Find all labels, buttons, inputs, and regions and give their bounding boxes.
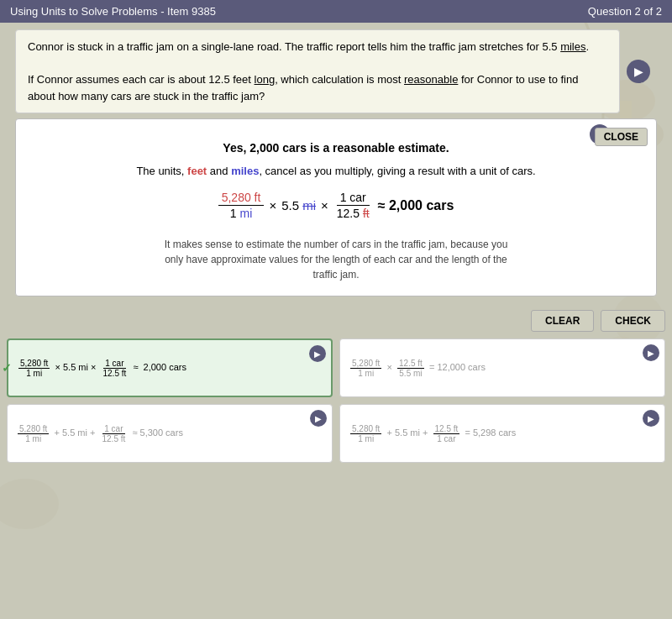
num1-top: 5,280 ft: [222, 191, 261, 204]
choice-b-formula: 5,280 ft1 mi × 12.5 ft5.5 mi = 12,000 ca…: [350, 359, 486, 378]
choice-a[interactable]: ✓ ▶ 5,280 ft1 mi × 5.5 mi × 1 car12.5 ft…: [7, 338, 333, 397]
check-button[interactable]: CHECK: [601, 310, 665, 332]
mi-strikethrough: mi: [302, 198, 316, 212]
page-title: Using Units to Solve Problems - Item 938…: [10, 5, 216, 18]
choice-a-audio[interactable]: ▶: [309, 345, 326, 362]
approx-result: ≈ 2,000 cars: [378, 198, 454, 213]
choice-c-audio[interactable]: ▶: [310, 410, 327, 427]
question-counter: Question 2 of 2: [588, 5, 662, 18]
header-bar: Using Units to Solve Problems - Item 938…: [0, 0, 672, 23]
choices-grid: ✓ ▶ 5,280 ft1 mi × 5.5 mi × 1 car12.5 ft…: [0, 335, 672, 466]
close-button[interactable]: CLOSE: [595, 128, 648, 146]
question-box: Connor is stuck in a traffic jam on a si…: [15, 29, 620, 113]
formula-display: 5,280 ft 1 mi × 5.5 mi × 1 car 12.5 ft ≈…: [33, 191, 639, 220]
question-text-1: Connor is stuck in a traffic jam on a si…: [28, 39, 607, 55]
answer-note: It makes sense to estimate the number of…: [160, 237, 512, 282]
feet-word: feet: [187, 165, 207, 177]
svg-point-6: [0, 479, 59, 529]
question-audio-button[interactable]: ▶: [627, 60, 650, 83]
answer-explanation: The units, feet and miles, cancel as you…: [33, 165, 639, 177]
value-55: 5.5 mi: [281, 198, 316, 212]
fraction-1: 5,280 ft 1 mi: [218, 191, 265, 220]
choice-d-formula: 5,280 ft1 mi + 5.5 mi + 12.5 ft1 car = 5…: [350, 424, 516, 443]
checkmark-icon: ✓: [2, 361, 12, 375]
miles-word: miles: [231, 165, 259, 177]
action-buttons-row: CLEAR CHECK: [0, 307, 672, 335]
speaker-icon-a: ▶: [314, 349, 321, 359]
long-link[interactable]: long: [255, 73, 276, 86]
choice-a-formula: 5,280 ft1 mi × 5.5 mi × 1 car12.5 ft ≈ 2…: [18, 359, 186, 378]
ft-strikethrough: ft: [363, 207, 370, 220]
num1-bot: mi: [239, 207, 252, 220]
speaker-icon: ▶: [634, 65, 643, 78]
mult-symbol-2: ×: [321, 198, 328, 212]
answer-title: Yes, 2,000 cars is a reasonable estimate…: [33, 141, 639, 155]
fraction-2: 1 car 12.5 ft: [333, 191, 373, 220]
reasonable-link[interactable]: reasonable: [404, 73, 458, 86]
choice-c-formula: 5,280 ft1 mi + 5.5 mi + 1 car12.5 ft ≈ 5…: [18, 424, 183, 443]
answer-panel: ▶ CLOSE Yes, 2,000 cars is a reasonable …: [15, 118, 657, 296]
clear-button[interactable]: CLEAR: [531, 310, 594, 332]
speaker-icon-d: ▶: [648, 414, 654, 423]
miles-link[interactable]: miles: [560, 40, 585, 53]
speaker-icon-c: ▶: [315, 414, 322, 423]
choice-b[interactable]: ▶ 5,280 ft1 mi × 12.5 ft5.5 mi = 12,000 …: [339, 338, 665, 397]
choice-d[interactable]: ▶ 5,280 ft1 mi + 5.5 mi + 12.5 ft1 car =…: [339, 404, 665, 463]
speaker-icon-b: ▶: [648, 349, 654, 358]
mult-symbol-1: ×: [269, 198, 276, 212]
choice-c[interactable]: ▶ 5,280 ft1 mi + 5.5 mi + 1 car12.5 ft ≈…: [7, 404, 333, 463]
question-text-2: If Connor assumes each car is about 12.5…: [28, 71, 607, 104]
choice-d-audio[interactable]: ▶: [643, 410, 659, 427]
choice-b-audio[interactable]: ▶: [643, 344, 659, 361]
